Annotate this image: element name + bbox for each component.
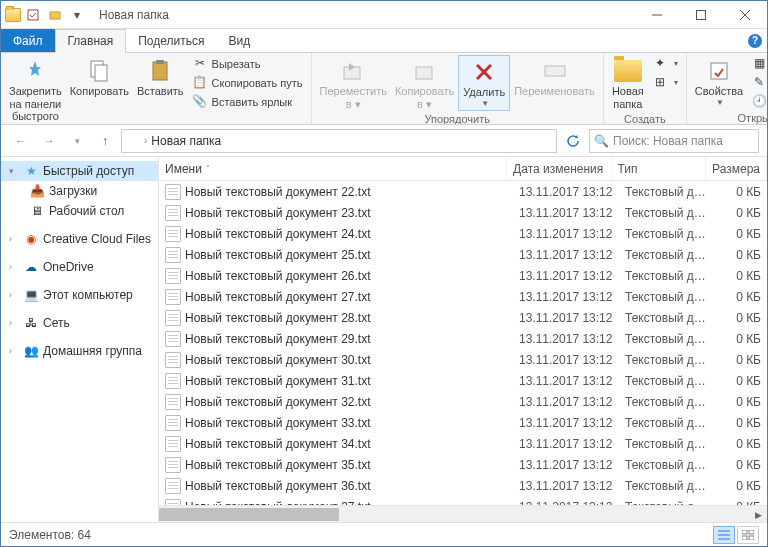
refresh-button[interactable] bbox=[561, 129, 585, 153]
svg-rect-7 bbox=[95, 65, 107, 81]
move-to-button[interactable]: Переместить в ▾ bbox=[316, 55, 391, 112]
text-file-icon bbox=[165, 478, 181, 494]
titlebar: ▾ Новая папка bbox=[1, 1, 767, 29]
qat-dropdown-icon[interactable]: ▾ bbox=[67, 5, 87, 25]
navigation-pane[interactable]: ▾★Быстрый доступ 📥Загрузки 🖥Рабочий стол… bbox=[1, 157, 159, 522]
nav-up-button[interactable]: ↑ bbox=[93, 129, 117, 153]
file-type: Текстовый докум... bbox=[619, 185, 715, 199]
help-button[interactable]: ? bbox=[743, 29, 767, 52]
file-row[interactable]: Новый текстовый документ 37.txt13.11.201… bbox=[159, 496, 767, 505]
search-box[interactable]: 🔍 Поиск: Новая папка bbox=[589, 129, 759, 153]
file-row[interactable]: Новый текстовый документ 33.txt13.11.201… bbox=[159, 412, 767, 433]
pin-to-quick-access-button[interactable]: Закрепить на панели быстрого доступа bbox=[5, 55, 66, 125]
properties-button[interactable]: Свойства▼ bbox=[691, 55, 747, 109]
qat-newfolder-icon[interactable] bbox=[45, 5, 65, 25]
sidebar-creative-cloud[interactable]: ›◉Creative Cloud Files bbox=[1, 229, 158, 249]
file-type: Текстовый докум... bbox=[619, 353, 715, 367]
file-date: 13.11.2017 13:12 bbox=[513, 185, 619, 199]
scroll-right-button[interactable]: ▶ bbox=[750, 506, 767, 522]
file-row[interactable]: Новый текстовый документ 23.txt13.11.201… bbox=[159, 202, 767, 223]
nav-recent-dropdown[interactable]: ▾ bbox=[65, 129, 89, 153]
text-file-icon bbox=[165, 247, 181, 263]
file-name: Новый текстовый документ 24.txt bbox=[185, 227, 371, 241]
file-row[interactable]: Новый текстовый документ 26.txt13.11.201… bbox=[159, 265, 767, 286]
file-row[interactable]: Новый текстовый документ 28.txt13.11.201… bbox=[159, 307, 767, 328]
file-row[interactable]: Новый текстовый документ 34.txt13.11.201… bbox=[159, 433, 767, 454]
sidebar-onedrive[interactable]: ›☁OneDrive bbox=[1, 257, 158, 277]
file-row[interactable]: Новый текстовый документ 22.txt13.11.201… bbox=[159, 181, 767, 202]
copy-button[interactable]: Копировать bbox=[66, 55, 133, 100]
file-row[interactable]: Новый текстовый документ 36.txt13.11.201… bbox=[159, 475, 767, 496]
view-details-button[interactable] bbox=[713, 526, 735, 544]
new-folder-button[interactable]: Новая папка bbox=[608, 55, 648, 112]
file-row[interactable]: Новый текстовый документ 30.txt13.11.201… bbox=[159, 349, 767, 370]
text-file-icon bbox=[165, 331, 181, 347]
address-bar[interactable]: › Новая папка bbox=[121, 129, 557, 153]
easy-access-button[interactable]: ⊞▾ bbox=[648, 74, 682, 92]
open-icon: ▦ bbox=[751, 56, 767, 72]
breadcrumb-sep[interactable]: › bbox=[144, 135, 147, 146]
homegroup-icon: 👥 bbox=[23, 343, 39, 359]
delete-button[interactable]: Удалить▼ bbox=[458, 55, 510, 111]
edit-button[interactable]: ✎Изменить bbox=[747, 74, 767, 92]
col-name[interactable]: Имени˄ bbox=[159, 157, 507, 180]
col-type[interactable]: Тип bbox=[612, 157, 707, 180]
file-row[interactable]: Новый текстовый документ 29.txt13.11.201… bbox=[159, 328, 767, 349]
pc-icon: 💻 bbox=[23, 287, 39, 303]
qat-properties-icon[interactable] bbox=[23, 5, 43, 25]
history-button[interactable]: 🕘Журнал bbox=[747, 93, 767, 111]
easyaccess-icon: ⊞ bbox=[652, 75, 668, 91]
tab-share[interactable]: Поделиться bbox=[126, 29, 216, 52]
sidebar-homegroup[interactable]: ›👥Домашняя группа bbox=[1, 341, 158, 361]
col-date[interactable]: Дата изменения bbox=[507, 157, 611, 180]
sidebar-downloads[interactable]: 📥Загрузки bbox=[1, 181, 158, 201]
svg-rect-0 bbox=[28, 10, 38, 20]
column-headers: Имени˄ Дата изменения Тип Размера bbox=[159, 157, 767, 181]
rename-button[interactable]: Переименовать bbox=[510, 55, 599, 100]
tab-home[interactable]: Главная bbox=[55, 29, 127, 53]
file-row[interactable]: Новый текстовый документ 25.txt13.11.201… bbox=[159, 244, 767, 265]
nav-forward-button[interactable]: → bbox=[37, 129, 61, 153]
text-file-icon bbox=[165, 394, 181, 410]
svg-rect-1 bbox=[50, 12, 60, 19]
onedrive-icon: ☁ bbox=[23, 259, 39, 275]
file-list[interactable]: Новый текстовый документ 22.txt13.11.201… bbox=[159, 181, 767, 505]
col-size[interactable]: Размера bbox=[706, 157, 767, 180]
maximize-button[interactable] bbox=[679, 1, 723, 28]
paste-button[interactable]: Вставить bbox=[133, 55, 188, 100]
file-row[interactable]: Новый текстовый документ 35.txt13.11.201… bbox=[159, 454, 767, 475]
horizontal-scrollbar[interactable]: ▶ bbox=[159, 505, 767, 522]
sidebar-network[interactable]: ›🖧Сеть bbox=[1, 313, 158, 333]
svg-rect-20 bbox=[749, 530, 754, 534]
file-size: 0 КБ bbox=[715, 227, 767, 241]
tab-file[interactable]: Файл bbox=[1, 29, 55, 52]
new-item-button[interactable]: ✦▾ bbox=[648, 55, 682, 73]
paste-icon bbox=[144, 57, 176, 85]
file-date: 13.11.2017 13:12 bbox=[513, 332, 619, 346]
cut-button[interactable]: ✂Вырезать bbox=[188, 55, 307, 73]
file-row[interactable]: Новый текстовый документ 32.txt13.11.201… bbox=[159, 391, 767, 412]
breadcrumb-item[interactable]: Новая папка bbox=[151, 134, 221, 148]
file-pane: Имени˄ Дата изменения Тип Размера Новый … bbox=[159, 157, 767, 522]
copy-to-button[interactable]: Копировать в ▾ bbox=[391, 55, 458, 112]
file-row[interactable]: Новый текстовый документ 31.txt13.11.201… bbox=[159, 370, 767, 391]
scrollbar-thumb[interactable] bbox=[159, 508, 339, 521]
text-file-icon bbox=[165, 226, 181, 242]
view-thumbnails-button[interactable] bbox=[737, 526, 759, 544]
open-button[interactable]: ▦Открыть ▾ bbox=[747, 55, 767, 73]
paste-shortcut-button[interactable]: 📎Вставить ярлык bbox=[188, 93, 307, 111]
tab-view[interactable]: Вид bbox=[216, 29, 262, 52]
nav-back-button[interactable]: ← bbox=[9, 129, 33, 153]
file-row[interactable]: Новый текстовый документ 24.txt13.11.201… bbox=[159, 223, 767, 244]
sidebar-quick-access[interactable]: ▾★Быстрый доступ bbox=[1, 161, 158, 181]
sidebar-this-pc[interactable]: ›💻Этот компьютер bbox=[1, 285, 158, 305]
close-button[interactable] bbox=[723, 1, 767, 28]
copy-path-button[interactable]: 📋Скопировать путь bbox=[188, 74, 307, 92]
minimize-button[interactable] bbox=[635, 1, 679, 28]
file-size: 0 КБ bbox=[715, 248, 767, 262]
file-row[interactable]: Новый текстовый документ 27.txt13.11.201… bbox=[159, 286, 767, 307]
address-folder-icon bbox=[126, 135, 140, 147]
file-date: 13.11.2017 13:12 bbox=[513, 290, 619, 304]
sidebar-desktop[interactable]: 🖥Рабочий стол bbox=[1, 201, 158, 221]
svg-rect-9 bbox=[156, 60, 164, 64]
